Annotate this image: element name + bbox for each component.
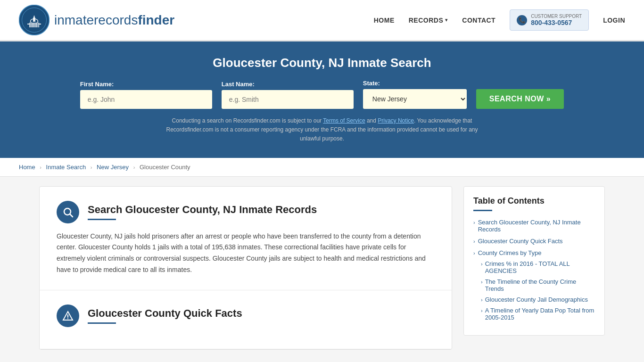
toc-link-yearly-data[interactable]: › A Timeline of Yearly Data Pop Total fr… [481, 307, 595, 321]
sub-chevron-4: › [481, 308, 483, 313]
chevron-icon-3: › [473, 250, 475, 256]
logo-area: inmaterecordsfinder [19, 5, 174, 35]
inmate-records-body: Gloucester County, NJ jails hold prisone… [57, 231, 435, 276]
first-name-label: First Name: [80, 81, 212, 88]
quick-facts-title: Gloucester County Quick Facts [88, 307, 242, 320]
search-form: First Name: Last Name: State: New Jersey… [19, 80, 625, 109]
search-section-icon [57, 201, 79, 223]
content-area: Search Gloucester County, NJ Inmate Reco… [39, 186, 452, 350]
logo-icon [19, 5, 50, 35]
quick-facts-section: Gloucester County Quick Facts [40, 290, 452, 349]
breadcrumb-new-jersey[interactable]: New Jersey [97, 164, 129, 171]
inmate-records-section: Search Gloucester County, NJ Inmate Reco… [40, 187, 452, 290]
terms-link[interactable]: Terms of Service [323, 117, 365, 124]
toc-sub-item-2: › The Timeline of the County Crime Trend… [481, 278, 595, 292]
svg-line-15 [70, 214, 73, 217]
nav-records[interactable]: RECORDS [409, 16, 444, 24]
quick-facts-icon [57, 304, 79, 327]
state-group: State: New Jersey Alabama Alaska Arizona… [363, 80, 467, 109]
search-button[interactable]: SEARCH NOW » [476, 89, 564, 109]
toc-divider [473, 210, 492, 211]
disclaimer-text: Conducting a search on Recordsfinder.com… [157, 116, 487, 144]
breadcrumb-sep-2: › [91, 165, 92, 170]
state-label: State: [363, 80, 467, 87]
support-phone: 800-433-0567 [531, 19, 582, 26]
inmate-records-header: Search Gloucester County, NJ Inmate Reco… [57, 201, 435, 223]
nav-contact[interactable]: CONTACT [462, 16, 495, 24]
sub-chevron-1: › [481, 261, 483, 267]
toc-sub-item-4: › A Timeline of Yearly Data Pop Total fr… [481, 307, 595, 321]
records-dropdown-icon: ▾ [445, 17, 448, 23]
state-select[interactable]: New Jersey Alabama Alaska Arizona Califo… [363, 89, 467, 109]
main-content: Search Gloucester County, NJ Inmate Reco… [20, 186, 624, 350]
support-label: CUSTOMER SUPPORT [531, 14, 582, 19]
banner-title: Gloucester County, NJ Inmate Search [19, 56, 625, 70]
breadcrumb-home[interactable]: Home [19, 164, 35, 171]
inmate-records-title: Search Gloucester County, NJ Inmate Reco… [88, 204, 317, 216]
toc-link-inmate-records[interactable]: › Search Gloucester County, NJ Inmate Re… [473, 219, 595, 233]
svg-rect-5 [33, 18, 35, 22]
sub-chevron-3: › [481, 297, 483, 303]
svg-point-18 [67, 318, 68, 319]
chevron-icon-2: › [473, 239, 475, 244]
toc-item-3: › County Crimes by Type › Crimes % in 20… [473, 249, 595, 321]
main-nav: HOME RECORDS ▾ CONTACT 📞 CUSTOMER SUPPOR… [374, 9, 625, 31]
last-name-group: Last Name: [222, 81, 354, 109]
toc-link-jail-demographics[interactable]: › Gloucester County Jail Demographics [481, 296, 595, 303]
toc-link-county-crimes[interactable]: › County Crimes by Type [473, 249, 595, 256]
privacy-link[interactable]: Privacy Notice [378, 117, 414, 124]
breadcrumb-current: Gloucester County [140, 164, 190, 171]
toc-link-crimes-2016[interactable]: › Crimes % in 2016 - TOTAL ALL AGENCIES [481, 260, 595, 274]
nav-records-group: RECORDS ▾ [409, 16, 448, 24]
phone-icon: 📞 [517, 15, 527, 25]
nav-home[interactable]: HOME [374, 16, 395, 24]
toc-link-quick-facts[interactable]: › Gloucester County Quick Facts [473, 238, 595, 245]
search-banner: Gloucester County, NJ Inmate Search Firs… [0, 41, 644, 158]
toc-sub-item-1: › Crimes % in 2016 - TOTAL ALL AGENCIES [481, 260, 595, 274]
toc-box: Table of Contents › Search Gloucester Co… [463, 186, 605, 336]
toc-title: Table of Contents [473, 196, 595, 206]
toc-sub-list: › Crimes % in 2016 - TOTAL ALL AGENCIES … [473, 260, 595, 321]
toc-item-2: › Gloucester County Quick Facts [473, 238, 595, 245]
quick-facts-header: Gloucester County Quick Facts [57, 304, 435, 327]
site-header: inmaterecordsfinder HOME RECORDS ▾ CONTA… [0, 0, 644, 41]
nav-login[interactable]: LOGIN [603, 16, 625, 24]
sidebar: Table of Contents › Search Gloucester Co… [463, 186, 605, 350]
first-name-input[interactable] [80, 90, 212, 109]
quick-facts-underline [88, 322, 116, 324]
sub-chevron-2: › [481, 279, 483, 285]
toc-sub-item-3: › Gloucester County Jail Demographics [481, 296, 595, 303]
breadcrumb-inmate-search[interactable]: Inmate Search [46, 164, 86, 171]
logo-text: inmaterecordsfinder [54, 13, 174, 28]
toc-link-crime-trends[interactable]: › The Timeline of the County Crime Trend… [481, 278, 595, 292]
breadcrumb: Home › Inmate Search › New Jersey › Glou… [0, 158, 644, 177]
breadcrumb-sep-1: › [40, 165, 41, 170]
title-underline [88, 219, 116, 220]
breadcrumb-sep-3: › [133, 165, 135, 170]
toc-list: › Search Gloucester County, NJ Inmate Re… [473, 219, 595, 321]
toc-item-1: › Search Gloucester County, NJ Inmate Re… [473, 219, 595, 233]
first-name-group: First Name: [80, 81, 212, 109]
last-name-input[interactable] [222, 90, 354, 109]
last-name-label: Last Name: [222, 81, 354, 88]
customer-support-button[interactable]: 📞 CUSTOMER SUPPORT 800-433-0567 [510, 9, 589, 31]
chevron-icon-1: › [473, 220, 475, 225]
